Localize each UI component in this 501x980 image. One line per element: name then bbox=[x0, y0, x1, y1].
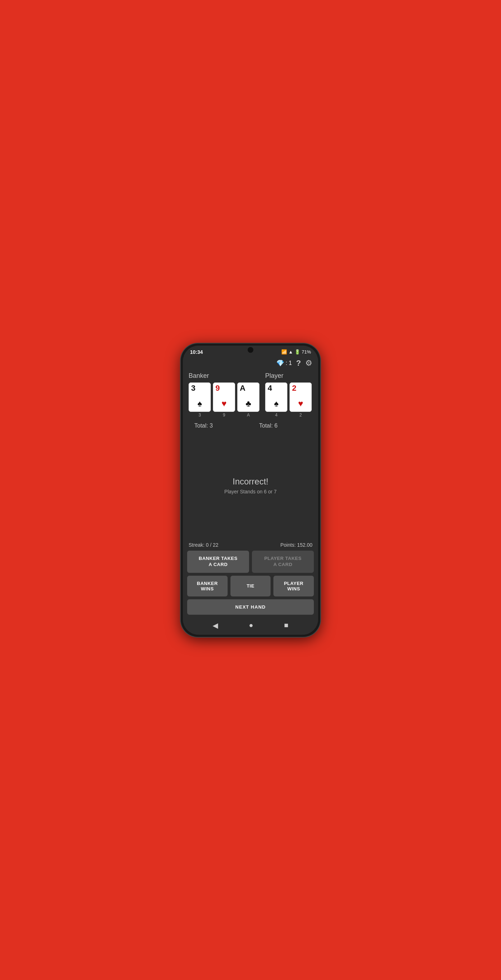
help-button[interactable]: ? bbox=[296, 358, 301, 368]
nav-back-button[interactable]: ◀ bbox=[213, 621, 218, 630]
banker-card-3-face: A ♣ bbox=[237, 382, 259, 412]
nav-bar: ◀ ● ■ bbox=[183, 617, 318, 635]
tie-button[interactable]: TIE bbox=[231, 576, 271, 597]
banker-takes-line1: BANKER TAKES bbox=[199, 556, 237, 561]
player-card-2-value: 2 bbox=[292, 384, 309, 392]
totals-row: Total: 3 Total: 6 bbox=[183, 419, 318, 432]
player-label: Player bbox=[265, 372, 312, 380]
banker-wins-line2: WINS bbox=[201, 586, 214, 592]
wins-buttons-row: BANKER WINS TIE PLAYER WINS bbox=[187, 576, 314, 597]
banker-card-1: 3 ♠ 3 bbox=[189, 382, 211, 418]
app-content: 💎 : 1 ? ⚙ Banker 3 bbox=[183, 356, 318, 635]
banker-card-2-label: 9 bbox=[223, 412, 226, 418]
player-card-1: 4 ♠ 4 bbox=[265, 382, 287, 418]
player-total: Total: 6 bbox=[253, 420, 312, 430]
banker-total: Total: 3 bbox=[189, 420, 248, 430]
stats-row: Streak: 0 / 22 Points: 152.00 bbox=[187, 542, 314, 548]
points-label: Points: 152.00 bbox=[280, 542, 312, 548]
camera-notch bbox=[248, 347, 253, 353]
banker-card-2-face: 9 ♥ bbox=[213, 382, 235, 412]
player-takes-card-button[interactable]: PLAYER TAKES A CARD bbox=[252, 550, 314, 573]
status-icons: 📶 ▲ 🔋 71% bbox=[281, 349, 311, 355]
phone-device: 10:34 📶 ▲ 🔋 71% 💎 : 1 ? ⚙ bbox=[181, 344, 320, 637]
player-card-1-suit-center: ♠ bbox=[266, 399, 287, 409]
banker-card-3: A ♣ A bbox=[237, 382, 259, 418]
status-time: 10:34 bbox=[190, 349, 203, 355]
banker-card-2: 9 ♥ 9 bbox=[213, 382, 235, 418]
diamond-value: 1 bbox=[289, 360, 292, 366]
phone-screen: 10:34 📶 ▲ 🔋 71% 💎 : 1 ? ⚙ bbox=[183, 346, 318, 635]
player-card-2-label: 2 bbox=[299, 412, 302, 418]
player-card-2-face: 2 ♥ bbox=[289, 382, 312, 412]
banker-takes-card-button[interactable]: BANKER TAKES A CARD bbox=[187, 550, 249, 573]
banker-card-1-label: 3 bbox=[199, 412, 201, 418]
banker-card-2-value: 9 bbox=[215, 384, 232, 392]
banker-hand: Banker 3 ♠ 3 9 bbox=[189, 372, 259, 418]
player-wins-line1: PLAYER bbox=[284, 581, 304, 586]
nav-recent-button[interactable]: ■ bbox=[284, 621, 288, 629]
nav-home-button[interactable]: ● bbox=[249, 621, 253, 629]
banker-takes-line2: A CARD bbox=[208, 562, 227, 567]
player-cards-row: 4 ♠ 4 2 ♥ 2 bbox=[265, 382, 312, 418]
settings-button[interactable]: ⚙ bbox=[305, 358, 312, 368]
player-hand: Player 4 ♠ 4 2 bbox=[265, 372, 312, 418]
player-takes-line2: A CARD bbox=[274, 562, 293, 567]
player-card-1-value: 4 bbox=[268, 384, 285, 392]
player-card-2-suit-center: ♥ bbox=[290, 399, 311, 409]
player-card-1-face: 4 ♠ bbox=[265, 382, 287, 412]
battery-percent: 71% bbox=[302, 349, 311, 355]
bottom-section: Streak: 0 / 22 Points: 152.00 BANKER TAK… bbox=[183, 539, 318, 617]
banker-cards-row: 3 ♠ 3 9 ♥ 9 bbox=[189, 382, 259, 418]
streak-label: Streak: 0 / 22 bbox=[189, 542, 218, 548]
wifi-icon: 📶 bbox=[281, 349, 287, 355]
diamond-separator: : bbox=[286, 360, 287, 366]
player-takes-line1: PLAYER TAKES bbox=[264, 556, 301, 561]
banker-card-1-value: 3 bbox=[191, 384, 208, 392]
takes-buttons-row: BANKER TAKES A CARD PLAYER TAKES A CARD bbox=[187, 550, 314, 573]
diamond-icon: 💎 bbox=[276, 359, 284, 367]
result-subtitle: Player Stands on 6 or 7 bbox=[224, 489, 277, 495]
banker-card-3-suit-center: ♣ bbox=[238, 399, 259, 409]
banker-wins-line1: BANKER bbox=[197, 581, 218, 586]
diamond-count-container: 💎 : 1 bbox=[276, 359, 292, 367]
banker-card-3-label: A bbox=[247, 412, 250, 418]
banker-label: Banker bbox=[189, 372, 259, 380]
banker-card-1-suit-center: ♠ bbox=[189, 399, 210, 409]
signal-icon: ▲ bbox=[288, 349, 293, 355]
result-section: Incorrect! Player Stands on 6 or 7 bbox=[183, 432, 318, 539]
next-hand-button[interactable]: NEXT HAND bbox=[187, 599, 314, 615]
player-card-1-label: 4 bbox=[275, 412, 278, 418]
top-bar: 💎 : 1 ? ⚙ bbox=[183, 356, 318, 369]
banker-wins-button[interactable]: BANKER WINS bbox=[187, 576, 227, 597]
player-card-2: 2 ♥ 2 bbox=[289, 382, 312, 418]
banker-card-3-value: A bbox=[240, 384, 257, 392]
banker-card-1-face: 3 ♠ bbox=[189, 382, 211, 412]
banker-card-2-suit-center: ♥ bbox=[213, 399, 235, 409]
player-wins-line2: WINS bbox=[287, 586, 300, 592]
result-title: Incorrect! bbox=[232, 477, 269, 487]
cards-section: Banker 3 ♠ 3 9 bbox=[183, 369, 318, 419]
battery-icon: 🔋 bbox=[294, 349, 300, 355]
player-wins-button[interactable]: PLAYER WINS bbox=[274, 576, 314, 597]
